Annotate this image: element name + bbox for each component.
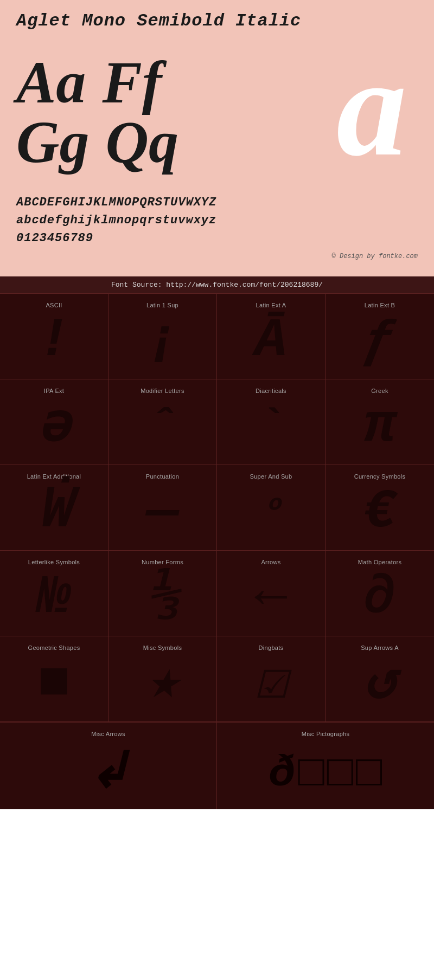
glyph-char-miscarrows: ↲ <box>88 743 129 798</box>
glyph-grid: ASCII ! Latin 1 Sup ¡ Latin Ext A Ā Lati… <box>0 293 434 722</box>
glyph-cell-numberforms: Number Forms ⅓ <box>108 551 217 636</box>
glyph-label-arrows: Arrows <box>261 559 280 565</box>
pictograph-3: □ <box>327 749 353 792</box>
glyph-label-latinexta: Latin Ext A <box>256 302 286 308</box>
specimen-big-a: a <box>336 36 407 177</box>
glyph-label-ipaext: IPA Ext <box>44 388 64 394</box>
glyph-cell-miscsymbols: Misc Symbols ★ <box>108 636 217 722</box>
glyph-cell-latin1sup: Latin 1 Sup ¡ <box>108 294 217 379</box>
glyph-label-dingbats: Dingbats <box>259 644 284 651</box>
glyph-label-miscpictographs: Misc Pictographs <box>302 731 350 737</box>
specimen-ff: Ff <box>102 53 162 112</box>
glyph-char-diacriticals: ` <box>258 399 284 454</box>
glyph-cell-ascii: ASCII ! <box>0 294 108 379</box>
specimen-large: Aa Ff Gg Qq a <box>16 42 418 183</box>
glyph-char-geoshapes: ■ <box>37 656 70 711</box>
glyph-cell-geoshapes: Geometric Shapes ■ <box>0 636 108 722</box>
glyph-label-numberforms: Number Forms <box>142 559 183 565</box>
glyph-cell-superandsub: Super And Sub ᵒ <box>217 465 326 551</box>
glyph-cell-latinexta: Latin Ext A Ā <box>217 294 326 379</box>
bottom-cell-miscarrows: Misc Arrows ↲ <box>0 723 217 809</box>
glyph-char-miscpictographs: ð □ □ □ <box>269 743 382 798</box>
glyph-label-latinextadd: Latin Ext Additional <box>27 473 81 480</box>
glyph-cell-modifier: Modifier Letters ˆ <box>108 379 217 465</box>
glyph-char-ascii: ! <box>37 314 70 368</box>
glyph-label-mathops: Math Operators <box>358 559 402 565</box>
glyph-cell-arrows: Arrows ← <box>217 551 326 636</box>
glyph-label-suparrowsa: Sup Arrows A <box>361 644 399 651</box>
glyph-label-geoshapes: Geometric Shapes <box>28 644 80 651</box>
glyph-cell-latinextb: Latin Ext B ƒ <box>326 294 434 379</box>
bottom-row: Misc Arrows ↲ Misc Pictographs ð □ □ □ <box>0 722 434 809</box>
glyph-char-arrows: ← <box>254 571 287 625</box>
glyph-cell-suparrowsa: Sup Arrows A ↺ <box>326 636 434 722</box>
pictograph-2: □ <box>298 749 324 792</box>
alphabet-upper: ABCDEFGHIJKLMNOPQRSTUVWXYZ <box>16 194 418 211</box>
glyph-char-currency: € <box>363 485 396 539</box>
glyph-char-miscsymbols: ★ <box>146 656 178 711</box>
glyph-char-ipaext: ə <box>37 399 70 454</box>
specimen-aa: Aa <box>16 53 86 112</box>
glyph-label-letterlike: Letterlike Symbols <box>28 559 80 565</box>
glyph-cell-letterlike: Letterlike Symbols № <box>0 551 108 636</box>
glyph-cell-latinextadd: Latin Ext Additional Ẇ <box>0 465 108 551</box>
glyph-char-latinextb: ƒ <box>363 314 396 368</box>
glyph-label-miscsymbols: Misc Symbols <box>143 644 182 651</box>
glyph-char-punctuation: — <box>146 485 178 539</box>
glyph-char-letterlike: № <box>37 571 70 625</box>
pictograph-1: ð <box>269 749 296 792</box>
font-title: Aglet Mono Semibold Italic <box>16 11 418 31</box>
glyph-label-modifier: Modifier Letters <box>141 388 184 394</box>
glyph-cell-punctuation: Punctuation — <box>108 465 217 551</box>
glyph-label-diacriticals: Diacriticals <box>256 388 286 394</box>
glyph-label-latinextb: Latin Ext B <box>365 302 395 308</box>
glyph-char-latinexta: Ā <box>254 314 287 368</box>
copyright: © Design by fontke.com <box>16 253 418 260</box>
source-bar: Font Source: http://www.fontke.com/font/… <box>0 276 434 293</box>
glyph-cell-diacriticals: Diacriticals ` <box>217 379 326 465</box>
alphabet-lower: abcdefghijklmnopqrstuvwxyz <box>16 211 418 229</box>
specimen-qq: Qq <box>105 112 178 172</box>
alphabet-section: ABCDEFGHIJKLMNOPQRSTUVWXYZ abcdefghijklm… <box>16 194 418 247</box>
glyph-char-suparrowsa: ↺ <box>363 656 396 711</box>
glyph-cell-mathops: Math Operators ∂ <box>326 551 434 636</box>
header-section: Aglet Mono Semibold Italic Aa Ff Gg Qq a… <box>0 0 434 276</box>
glyph-label-punctuation: Punctuation <box>146 473 179 480</box>
glyph-char-numberforms: ⅓ <box>146 571 178 625</box>
glyph-label-currency: Currency Symbols <box>354 473 406 480</box>
glyph-cell-currency: Currency Symbols € <box>326 465 434 551</box>
specimen-gg: Gg <box>16 112 89 172</box>
glyph-cell-greek: Greek π <box>326 379 434 465</box>
glyph-cell-dingbats: Dingbats ☑ <box>217 636 326 722</box>
glyph-char-greek: π <box>363 399 396 454</box>
glyph-label-superandsub: Super And Sub <box>250 473 292 480</box>
pictograph-4: □ <box>356 749 382 792</box>
numerals: 0123456789 <box>16 229 418 247</box>
glyph-cell-ipaext: IPA Ext ə <box>0 379 108 465</box>
glyph-label-miscarrows: Misc Arrows <box>91 731 125 737</box>
glyph-label-ascii: ASCII <box>46 302 62 308</box>
glyph-label-greek: Greek <box>371 388 388 394</box>
glyph-char-modifier: ˆ <box>149 399 175 454</box>
glyph-char-latin1sup: ¡ <box>146 314 178 368</box>
bottom-cell-miscpictographs: Misc Pictographs ð □ □ □ <box>217 723 434 809</box>
glyph-char-mathops: ∂ <box>363 571 396 625</box>
glyph-char-dingbats: ☑ <box>254 656 287 711</box>
dark-section: Font Source: http://www.fontke.com/font/… <box>0 276 434 809</box>
glyph-char-superandsub: ᵒ <box>259 485 282 539</box>
glyph-label-latin1sup: Latin 1 Sup <box>146 302 178 308</box>
glyph-char-latinextadd: Ẇ <box>37 485 70 539</box>
